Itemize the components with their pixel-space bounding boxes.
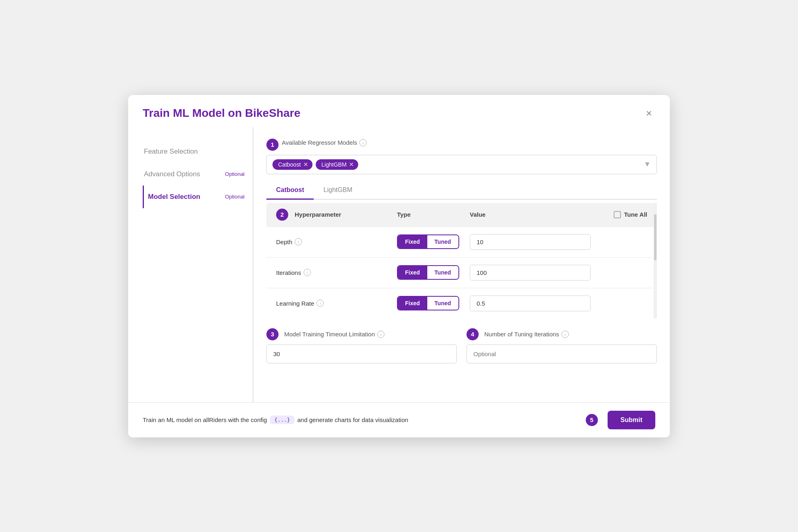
step1-circle: 1	[266, 139, 279, 151]
tab-catboost[interactable]: Catboost	[266, 182, 314, 200]
timeout-section: 3 Model Training Timeout Limitation i	[266, 328, 457, 363]
iterations-info-icon[interactable]: i	[304, 269, 311, 276]
learning-rate-value-input[interactable]	[470, 296, 591, 311]
modal-header: Train ML Model on BikeShare ×	[128, 95, 670, 127]
depth-param-name: Depth i	[276, 238, 397, 245]
step1-info-icon[interactable]: i	[359, 139, 367, 146]
submit-button[interactable]: Submit	[608, 411, 655, 429]
catboost-remove-button[interactable]: ✕	[303, 161, 308, 168]
modal: Train ML Model on BikeShare × Feature Se…	[128, 95, 670, 437]
step2-circle: 2	[276, 209, 288, 221]
sidebar-item-feature-selection[interactable]: Feature Selection	[143, 140, 245, 163]
table-row: Depth i Fixed Tuned	[266, 226, 657, 257]
iterations-toggle-group: Fixed Tuned	[397, 265, 459, 280]
model-tabs: Catboost LightGBM	[266, 182, 657, 200]
step3-label-row: 3 Model Training Timeout Limitation i	[266, 328, 457, 340]
learning-rate-tuned-button[interactable]: Tuned	[427, 297, 458, 310]
dropdown-arrow-icon[interactable]: ▼	[644, 160, 651, 169]
close-button[interactable]: ×	[643, 106, 655, 120]
iterations-value-input[interactable]	[470, 265, 591, 281]
tuning-iterations-section: 4 Number of Tuning Iterations i	[467, 328, 657, 363]
step4-label-row: 4 Number of Tuning Iterations i	[467, 328, 657, 340]
sidebar-item-advanced-options[interactable]: Advanced Options Optional	[143, 163, 245, 186]
tab-lightgbm[interactable]: LightGBM	[314, 182, 362, 200]
depth-fixed-button[interactable]: Fixed	[398, 235, 427, 248]
content-area: 1 Available Regressor Models i Catboost …	[253, 127, 670, 402]
step4-circle: 4	[467, 328, 479, 340]
step4-info-icon[interactable]: i	[562, 331, 569, 338]
learning-rate-fixed-button[interactable]: Fixed	[398, 297, 427, 310]
step3-circle: 3	[266, 328, 279, 340]
step3-info-icon[interactable]: i	[377, 331, 384, 338]
hyperparam-table-header: 2 Hyperparameter Type Value Tune All	[266, 203, 657, 226]
hyperparam-table: 2 Hyperparameter Type Value Tune All	[266, 203, 657, 319]
depth-tuned-button[interactable]: Tuned	[427, 235, 458, 248]
sidebar-item-model-selection[interactable]: Model Selection Optional	[143, 186, 245, 208]
depth-toggle-group: Fixed Tuned	[397, 234, 459, 249]
footer-right: 5 Submit	[586, 411, 655, 429]
footer-text: Train an ML model on allRiders with the …	[143, 416, 408, 424]
iterations-tuned-button[interactable]: Tuned	[427, 266, 458, 279]
catboost-tag: Catboost ✕	[272, 159, 312, 170]
step5-circle: 5	[586, 414, 598, 426]
tune-all-checkbox[interactable]	[614, 211, 621, 218]
modal-footer: Train an ML model on allRiders with the …	[128, 402, 670, 437]
table-row: Learning Rate i Fixed Tuned	[266, 288, 657, 319]
modal-title: Train ML Model on BikeShare	[143, 107, 300, 120]
learning-rate-info-icon[interactable]: i	[317, 300, 324, 307]
timeout-input[interactable]	[266, 344, 457, 363]
bottom-sections: 3 Model Training Timeout Limitation i 4 …	[266, 328, 657, 363]
table-row: Iterations i Fixed Tuned	[266, 257, 657, 288]
iterations-fixed-button[interactable]: Fixed	[398, 266, 427, 279]
lightgbm-remove-button[interactable]: ✕	[349, 161, 354, 168]
config-badge[interactable]: {...}	[270, 416, 294, 424]
scrollbar-track	[654, 203, 657, 319]
sidebar: Feature Selection Advanced Options Optio…	[128, 127, 253, 402]
modal-body: Feature Selection Advanced Options Optio…	[128, 127, 670, 402]
learning-rate-param-name: Learning Rate i	[276, 300, 397, 307]
tuning-iterations-input[interactable]	[467, 344, 657, 363]
iterations-param-name: Iterations i	[276, 269, 397, 276]
learning-rate-toggle-group: Fixed Tuned	[397, 296, 459, 310]
depth-value-input[interactable]	[470, 234, 591, 250]
regressor-model-input[interactable]: Catboost ✕ LightGBM ✕ ▼	[266, 155, 657, 174]
depth-info-icon[interactable]: i	[295, 238, 302, 245]
lightgbm-tag: LightGBM ✕	[316, 159, 358, 170]
hyperparameter-section: 2 Hyperparameter Type Value Tune All	[266, 203, 657, 319]
step1-row: 1 Available Regressor Models i	[266, 139, 657, 151]
step1-label: Available Regressor Models i	[282, 139, 367, 146]
scrollbar-thumb[interactable]	[654, 214, 657, 260]
